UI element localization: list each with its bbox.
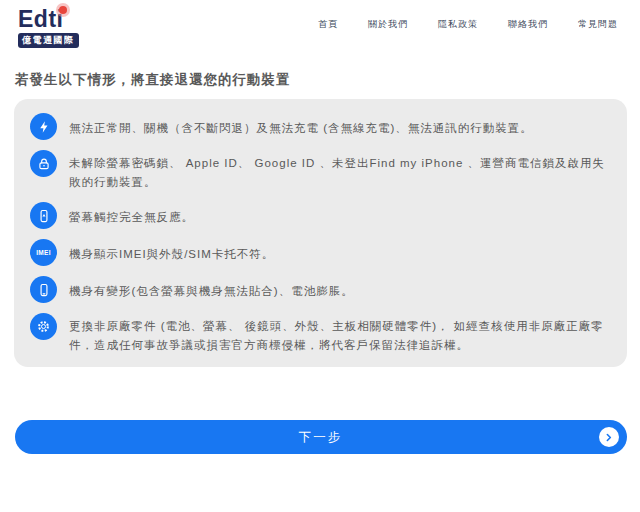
main-content: 若發生以下情形，將直接退還您的行動裝置 無法正常開、關機（含不斷閃退）及無法充電… bbox=[0, 71, 640, 454]
nav-item-about[interactable]: 關於我們 bbox=[368, 18, 408, 31]
list-item-text: 未解除螢幕密碼鎖、 Apple ID、 Google ID 、未登出Find m… bbox=[69, 150, 611, 192]
imei-icon: IMEI bbox=[30, 239, 57, 266]
list-item: 無法正常開、關機（含不斷閃退）及無法充電 (含無線充電)、無法通訊的行動裝置。 bbox=[30, 113, 611, 140]
list-item-text: 機身顯示IMEI與外殼/SIM卡托不符。 bbox=[69, 239, 274, 264]
brand-logo[interactable]: Edti 億電通國際 bbox=[18, 7, 79, 48]
list-item: 更換非原廠零件 (電池、螢幕、 後鏡頭、外殼、主板相關硬體零件)， 如經查核使用… bbox=[30, 313, 611, 355]
phone-icon bbox=[30, 276, 57, 303]
nav-item-faq[interactable]: 常見問題 bbox=[578, 18, 618, 31]
brand-logo-wordmark: Edti bbox=[18, 6, 63, 32]
header: Edti 億電通國際 首頁 關於我們 隱私政策 聯絡我們 常見問題 bbox=[0, 0, 640, 48]
brand-logo-subtitle: 億電通國際 bbox=[18, 33, 79, 48]
list-item-text: 螢幕觸控完全無反應。 bbox=[69, 202, 194, 227]
conditions-panel: 無法正常開、關機（含不斷閃退）及無法充電 (含無線充電)、無法通訊的行動裝置。 … bbox=[14, 99, 627, 367]
next-step-button[interactable]: 下一步 bbox=[15, 420, 627, 454]
list-item: 未解除螢幕密碼鎖、 Apple ID、 Google ID 、未登出Find m… bbox=[30, 150, 611, 192]
list-item: 機身有變形(包含螢幕與機身無法貼合)、電池膨脹。 bbox=[30, 276, 611, 303]
list-item: 螢幕觸控完全無反應。 bbox=[30, 202, 611, 229]
nav-item-contact[interactable]: 聯絡我們 bbox=[508, 18, 548, 31]
gear-icon bbox=[30, 313, 57, 340]
lock-icon bbox=[30, 150, 57, 177]
top-nav: 首頁 關於我們 隱私政策 聯絡我們 常見問題 bbox=[318, 18, 618, 31]
nav-item-privacy[interactable]: 隱私政策 bbox=[438, 18, 478, 31]
imei-icon-label: IMEI bbox=[36, 249, 51, 256]
next-step-button-label: 下一步 bbox=[299, 430, 343, 444]
touch-screen-icon bbox=[30, 202, 57, 229]
brand-logo-text: Edti bbox=[18, 7, 63, 31]
list-item-text: 無法正常開、關機（含不斷閃退）及無法充電 (含無線充電)、無法通訊的行動裝置。 bbox=[69, 113, 533, 138]
list-item-text: 更換非原廠零件 (電池、螢幕、 後鏡頭、外殼、主板相關硬體零件)， 如經查核使用… bbox=[69, 313, 611, 355]
page-title: 若發生以下情形，將直接退還您的行動裝置 bbox=[15, 71, 626, 89]
lightning-icon bbox=[30, 113, 57, 140]
list-item: IMEI 機身顯示IMEI與外殼/SIM卡托不符。 bbox=[30, 239, 611, 266]
list-item-text: 機身有變形(包含螢幕與機身無法貼合)、電池膨脹。 bbox=[69, 276, 354, 301]
chevron-right-icon bbox=[599, 427, 619, 447]
logo-dot-icon bbox=[59, 6, 67, 14]
nav-item-home[interactable]: 首頁 bbox=[318, 18, 338, 31]
